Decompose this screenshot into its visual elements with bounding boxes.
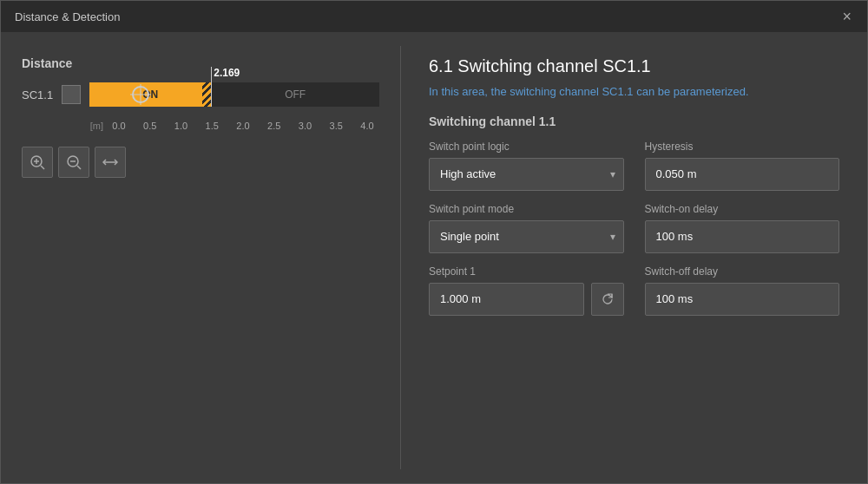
zoom-in-button[interactable] xyxy=(22,147,53,178)
channel-row: SC1.1 2.169 ON xyxy=(22,82,379,107)
switch-off-delay-input[interactable] xyxy=(645,283,840,316)
ruler-tick: 1.5 xyxy=(200,121,224,131)
section-desc: In this area, the switching channel SC1.… xyxy=(429,83,839,101)
sub-title: Switching channel 1.1 xyxy=(429,114,839,128)
zoom-out-icon xyxy=(66,154,82,170)
switch-point-mode-wrapper: Single point Window ▾ xyxy=(429,220,624,253)
switch-point-logic-select[interactable]: High active Low active xyxy=(429,158,624,191)
setpoint-value: 2.169 xyxy=(214,67,240,79)
zoom-out-button[interactable] xyxy=(58,147,89,178)
switch-point-mode-select[interactable]: Single point Window xyxy=(429,220,624,253)
dialog-title: Distance & Detection xyxy=(15,10,120,23)
setpoint1-label: Setpoint 1 xyxy=(429,265,624,278)
ruler-row: [m] 0.00.51.01.52.02.53.03.54.0 xyxy=(81,121,379,131)
zoom-fit-icon xyxy=(102,154,118,170)
ruler-ticks: 0.00.51.01.52.02.53.03.54.0 xyxy=(107,121,379,131)
form-grid: Switch point logic High active Low activ… xyxy=(429,141,839,316)
content-area: Distance SC1.1 2.169 ON xyxy=(1,32,867,483)
switch-on-delay-input[interactable] xyxy=(645,220,840,253)
setpoint1-row xyxy=(429,283,624,316)
hysteresis-label: Hysteresis xyxy=(645,141,840,153)
distance-label: Distance xyxy=(22,56,379,70)
left-panel: Distance SC1.1 2.169 ON xyxy=(1,32,400,483)
ruler-tick: 0.0 xyxy=(107,121,131,131)
setpoint-line xyxy=(211,67,212,107)
crosshair-circle xyxy=(132,86,149,103)
switch-point-mode-group: Switch point mode Single point Window ▾ xyxy=(429,203,624,253)
zoom-in-icon xyxy=(30,154,45,170)
svg-line-3 xyxy=(41,166,44,169)
switch-point-logic-label: Switch point logic xyxy=(429,141,624,153)
bar-off-label: OFF xyxy=(285,88,306,101)
sc-label: SC1.1 xyxy=(22,88,53,101)
bar-on: ON xyxy=(89,82,211,107)
zoom-fit-button[interactable] xyxy=(95,147,126,178)
setpoint1-group: Setpoint 1 xyxy=(429,265,624,316)
setpoint1-input[interactable] xyxy=(429,283,584,316)
right-panel: 6.1 Switching channel SC1.1 In this area… xyxy=(401,32,867,483)
ruler-tick: 2.5 xyxy=(262,121,286,131)
svg-line-6 xyxy=(77,166,81,169)
ruler-tick: 3.5 xyxy=(324,121,348,131)
ruler-unit: [m] xyxy=(81,121,103,131)
title-bar: Distance & Detection × xyxy=(1,1,867,32)
ruler-tick: 4.0 xyxy=(355,121,379,131)
section-title: 6.1 Switching channel SC1.1 xyxy=(429,56,839,76)
sc-indicator xyxy=(62,85,81,104)
ruler-tick: 3.0 xyxy=(293,121,318,131)
switch-point-logic-group: Switch point logic High active Low activ… xyxy=(429,141,624,191)
switch-off-delay-label: Switch-off delay xyxy=(645,265,840,278)
hysteresis-group: Hysteresis xyxy=(645,141,840,191)
crosshair xyxy=(132,86,149,103)
bar-off: OFF xyxy=(211,82,379,107)
zoom-controls xyxy=(22,147,379,178)
switch-point-mode-label: Switch point mode xyxy=(429,203,624,215)
close-button[interactable]: × xyxy=(838,7,855,26)
switch-point-logic-wrapper: High active Low active ▾ xyxy=(429,158,624,191)
bar-container: 2.169 ON OFF xyxy=(89,82,379,107)
ruler-tick: 0.5 xyxy=(138,121,162,131)
hysteresis-input[interactable] xyxy=(645,158,840,191)
switch-off-delay-group: Switch-off delay xyxy=(645,265,840,316)
dialog: Distance & Detection × Distance SC1.1 2.… xyxy=(0,0,868,484)
switch-on-delay-group: Switch-on delay xyxy=(645,203,840,253)
setpoint1-reset-button[interactable] xyxy=(591,283,624,316)
crosshair-v xyxy=(140,84,141,105)
switch-on-delay-label: Switch-on delay xyxy=(645,203,840,215)
reset-icon xyxy=(600,291,615,307)
ruler-tick: 2.0 xyxy=(231,121,255,131)
ruler-tick: 1.0 xyxy=(169,121,194,131)
